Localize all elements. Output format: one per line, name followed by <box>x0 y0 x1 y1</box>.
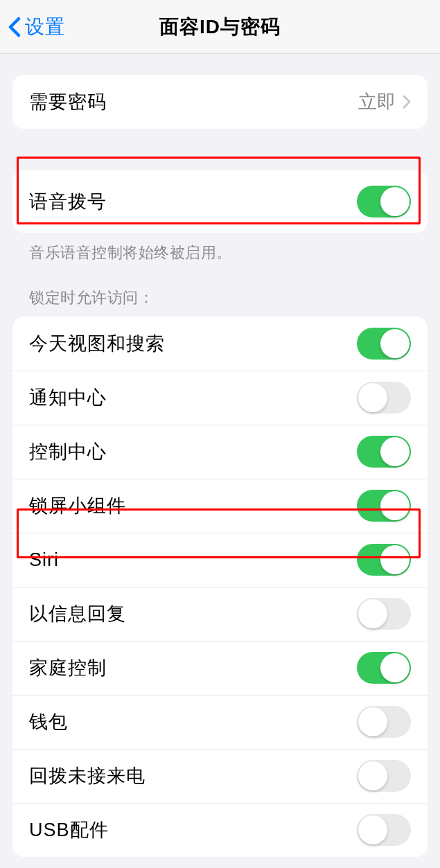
allow-access-row[interactable]: 锁屏小组件 <box>12 479 428 533</box>
require-passcode-value: 立即 <box>358 89 411 114</box>
voice-dial-footer: 音乐语音控制将始终被启用。 <box>12 233 428 274</box>
allow-access-row[interactable]: USB配件 <box>12 803 428 857</box>
toggle-knob <box>358 707 387 736</box>
allow-access-row[interactable]: Siri <box>12 533 428 587</box>
allow-access-item-label: 锁屏小组件 <box>29 493 126 518</box>
allow-access-toggle[interactable] <box>357 652 411 684</box>
allow-access-group: 今天视图和搜索通知中心控制中心锁屏小组件Siri以信息回复家庭控制钱包回拨未接来… <box>12 317 428 857</box>
allow-access-item-label: 今天视图和搜索 <box>29 331 165 356</box>
allow-access-item-label: 钱包 <box>29 709 68 734</box>
content-area: 需要密码 立即 语音拨号 音乐语音控制将始终被启用。 锁定时允许访问： 今天视图… <box>0 54 440 868</box>
allow-access-row[interactable]: 回拨未接来电 <box>12 749 428 803</box>
require-passcode-row[interactable]: 需要密码 立即 <box>12 75 428 129</box>
voice-dial-group: 语音拨号 <box>12 170 428 233</box>
allow-access-header: 锁定时允许访问： <box>12 287 428 317</box>
toggle-knob <box>380 329 410 358</box>
allow-access-row[interactable]: 通知中心 <box>12 371 428 425</box>
allow-access-item-label: USB配件 <box>29 817 109 842</box>
toggle-knob <box>380 653 410 682</box>
back-button[interactable]: 设置 <box>0 14 65 40</box>
allow-access-toggle[interactable] <box>357 490 411 522</box>
require-passcode-group: 需要密码 立即 <box>12 75 428 129</box>
allow-access-item-label: 以信息回复 <box>29 601 126 626</box>
allow-access-toggle[interactable] <box>357 814 411 846</box>
voice-dial-toggle[interactable] <box>357 186 411 218</box>
toggle-knob <box>380 545 410 574</box>
chevron-left-icon <box>8 17 21 37</box>
back-label: 设置 <box>25 14 65 40</box>
toggle-knob <box>380 437 410 466</box>
voice-dial-row[interactable]: 语音拨号 <box>12 170 428 233</box>
allow-access-item-label: Siri <box>29 549 59 571</box>
allow-access-footer: iPhone锁定超过一小时后，需先解锁iPhone才能允许USB配件连接。 <box>12 857 428 868</box>
allow-access-item-label: 回拨未接来电 <box>29 763 146 788</box>
toggle-knob <box>358 599 387 628</box>
header-bar: 设置 面容ID与密码 <box>0 0 440 54</box>
allow-access-row[interactable]: 以信息回复 <box>12 587 428 641</box>
allow-access-item-label: 控制中心 <box>29 439 107 464</box>
allow-access-toggle[interactable] <box>357 544 411 576</box>
allow-access-item-label: 通知中心 <box>29 385 107 410</box>
allow-access-toggle[interactable] <box>357 382 411 414</box>
allow-access-toggle[interactable] <box>357 760 411 792</box>
toggle-knob <box>358 815 387 844</box>
toggle-knob <box>358 761 387 790</box>
toggle-knob <box>380 187 410 216</box>
toggle-knob <box>380 491 410 520</box>
allow-access-toggle[interactable] <box>357 328 411 360</box>
require-passcode-label: 需要密码 <box>29 89 107 114</box>
toggle-knob <box>358 383 387 412</box>
allow-access-row[interactable]: 家庭控制 <box>12 641 428 695</box>
chevron-right-icon <box>403 95 411 109</box>
allow-access-row[interactable]: 今天视图和搜索 <box>12 317 428 371</box>
page-title: 面容ID与密码 <box>159 14 281 40</box>
allow-access-toggle[interactable] <box>357 706 411 738</box>
require-passcode-value-text: 立即 <box>358 89 396 114</box>
allow-access-row[interactable]: 控制中心 <box>12 425 428 479</box>
allow-access-row[interactable]: 钱包 <box>12 695 428 749</box>
allow-access-toggle[interactable] <box>357 436 411 468</box>
allow-access-toggle[interactable] <box>357 598 411 630</box>
voice-dial-label: 语音拨号 <box>29 189 107 214</box>
allow-access-item-label: 家庭控制 <box>29 655 107 680</box>
